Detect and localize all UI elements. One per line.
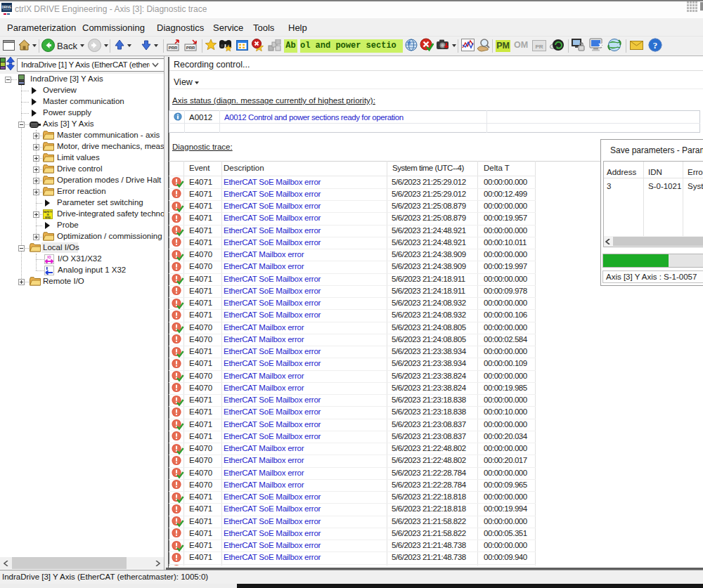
svg-text:PRR: PRR — [186, 46, 195, 50]
svg-text:PRR: PRR — [169, 46, 178, 50]
svg-text:DRIVE: DRIVE — [2, 6, 12, 9]
svg-text:?: ? — [653, 40, 658, 51]
svg-text:PR: PR — [535, 44, 543, 50]
svg-text:IO: IO — [47, 255, 51, 259]
svg-text:MIND: MIND — [45, 216, 51, 219]
